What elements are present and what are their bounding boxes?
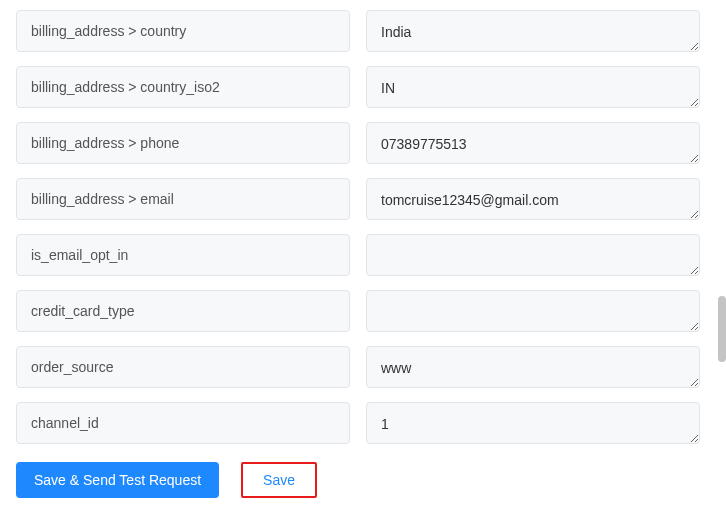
field-value-input[interactable]: tomcruise12345@gmail.com (366, 178, 700, 220)
field-key-input[interactable] (16, 290, 350, 332)
form-row: IN (16, 66, 694, 108)
form-row: 07389775513 (16, 122, 694, 164)
form-row: India (16, 10, 694, 52)
field-value-input[interactable] (366, 234, 700, 276)
form-row (16, 234, 694, 276)
form-row: www (16, 346, 694, 388)
field-key-input[interactable] (16, 66, 350, 108)
field-key-input[interactable] (16, 10, 350, 52)
field-key-input[interactable] (16, 346, 350, 388)
field-key-input[interactable] (16, 122, 350, 164)
save-send-test-request-button[interactable]: Save & Send Test Request (16, 462, 219, 498)
form-rows-container: India IN 07389775513 tomcruise12345@gmai… (0, 0, 710, 510)
field-value-input[interactable]: 1 (366, 402, 700, 444)
field-key-input[interactable] (16, 402, 350, 444)
field-key-input[interactable] (16, 178, 350, 220)
field-value-input[interactable]: 07389775513 (366, 122, 700, 164)
field-value-input[interactable]: IN (366, 66, 700, 108)
field-value-input[interactable]: India (366, 10, 700, 52)
form-row: tomcruise12345@gmail.com (16, 178, 694, 220)
form-row: 1 (16, 402, 694, 444)
form-row (16, 290, 694, 332)
field-key-input[interactable] (16, 234, 350, 276)
save-button[interactable]: Save (241, 462, 317, 498)
scrollbar-thumb[interactable] (718, 296, 726, 362)
actions-bar: Save & Send Test Request Save (16, 458, 694, 510)
field-value-input[interactable] (366, 290, 700, 332)
field-value-input[interactable]: www (366, 346, 700, 388)
